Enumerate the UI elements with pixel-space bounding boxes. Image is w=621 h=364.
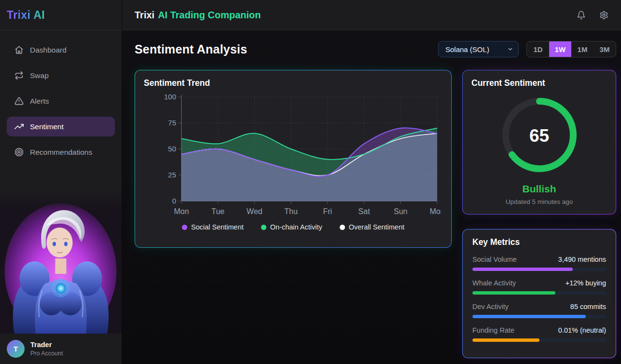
swap-icon xyxy=(14,71,24,80)
svg-text:Fri: Fri xyxy=(323,207,332,216)
legend-item: Social Sentiment xyxy=(182,223,244,231)
svg-text:Mon: Mon xyxy=(174,207,189,216)
sidebar-nav: DashboardSwapAlertsSentimentRecommendati… xyxy=(0,30,122,188)
sidebar-item-label: Recommendations xyxy=(30,148,92,157)
metrics-list: Social Volume 3,490 mentions Whale Activ… xyxy=(472,256,606,342)
sidebar-item-label: Dashboard xyxy=(30,46,67,54)
sentiment-trend-card: Sentiment Trend 0255075100MonTueWedThuFr… xyxy=(135,70,452,248)
trending-up-icon xyxy=(14,122,24,131)
dashboard-grid: Sentiment Trend 0255075100MonTueWedThuFr… xyxy=(135,70,616,358)
svg-text:Thu: Thu xyxy=(284,207,298,216)
metric-value: 85 commits xyxy=(570,303,606,310)
svg-text:Wed: Wed xyxy=(247,207,262,216)
gear-icon[interactable] xyxy=(599,11,608,20)
sentiment-gauge-wrap: 65 xyxy=(499,94,580,177)
key-metrics-card: Key Metrics Social Volume 3,490 mentions… xyxy=(462,229,616,358)
current-sentiment-card: Current Sentiment 65 Bullish Updated 5 m… xyxy=(462,70,616,215)
logo-box: Trixi AI xyxy=(0,0,122,30)
svg-text:Tue: Tue xyxy=(211,207,224,216)
mascot-svg xyxy=(0,188,122,334)
sidebar-item-sentiment[interactable]: Sentiment xyxy=(7,117,115,136)
app-logo: Trixi AI xyxy=(7,9,45,22)
user-plan: Pro Account xyxy=(30,350,63,357)
sidebar-item-label: Alerts xyxy=(30,97,49,106)
metric-value: +12% buying xyxy=(566,279,606,287)
current-sentiment-title: Current Sentiment xyxy=(471,78,607,88)
metric-progress-fill xyxy=(472,291,555,295)
mascot-image xyxy=(0,188,122,334)
metric-label: Whale Activity xyxy=(472,279,516,287)
app-title-suffix: AI Trading Companion xyxy=(158,10,261,20)
metric-row: Whale Activity +12% buying xyxy=(472,279,606,295)
metric-label: Dev Activity xyxy=(472,303,509,310)
metric-row: Dev Activity 85 commits xyxy=(472,303,606,318)
user-section[interactable]: T Trader Pro Account xyxy=(0,334,122,364)
legend-item: Overall Sentiment xyxy=(340,223,404,231)
sentiment-updated: Updated 5 minutes ago xyxy=(471,198,607,205)
app-title: TrixiAI Trading Companion xyxy=(135,10,261,21)
app-root: Trixi AI DashboardSwapAlertsSentimentRec… xyxy=(0,0,621,364)
legend-dot-icon xyxy=(261,225,266,230)
token-select-wrap: Solana (SOL) xyxy=(438,41,519,57)
controls: Solana (SOL) 1D1W1M3M xyxy=(438,41,616,57)
topbar-actions xyxy=(577,11,608,20)
target-icon xyxy=(14,148,24,157)
timeframe-1w[interactable]: 1W xyxy=(549,41,571,57)
sidebar-item-recommendations[interactable]: Recommendations xyxy=(7,142,115,162)
metric-progress-track xyxy=(472,338,606,342)
svg-text:75: 75 xyxy=(168,119,176,127)
sentiment-trend-chart: 0255075100MonTueWedThuFriSatSunMon xyxy=(146,92,441,221)
chart-legend: Social SentimentOn-chain ActivityOverall… xyxy=(144,223,442,231)
home-icon xyxy=(14,45,24,54)
avatar: T xyxy=(7,340,25,358)
svg-text:Sat: Sat xyxy=(358,207,370,216)
sidebar-item-label: Swap xyxy=(30,71,49,80)
metric-row: Social Volume 3,490 mentions xyxy=(472,256,606,271)
timeframe-3m[interactable]: 3M xyxy=(593,41,616,57)
content: Sentiment Analysis Solana (SOL) 1D1W1M3M… xyxy=(122,30,621,364)
app-title-prefix: Trixi xyxy=(135,10,154,20)
timeframe-1m[interactable]: 1M xyxy=(571,41,593,57)
legend-label: Overall Sentiment xyxy=(349,223,404,231)
legend-item: On-chain Activity xyxy=(261,223,322,231)
metric-label: Social Volume xyxy=(472,256,517,263)
metric-row: Funding Rate 0.01% (neutral) xyxy=(472,326,606,342)
bell-icon[interactable] xyxy=(577,11,586,20)
sidebar-item-dashboard[interactable]: Dashboard xyxy=(7,40,115,60)
page-title: Sentiment Analysis xyxy=(135,42,247,56)
svg-text:Mon: Mon xyxy=(429,207,441,216)
sentiment-score: 65 xyxy=(499,94,580,177)
svg-text:Sun: Sun xyxy=(394,207,407,216)
chart-title: Sentiment Trend xyxy=(144,78,442,88)
metric-progress-track xyxy=(472,268,606,271)
metric-progress-fill xyxy=(472,268,573,271)
key-metrics-title: Key Metrics xyxy=(472,237,606,247)
metric-progress-track xyxy=(472,315,606,318)
metric-label: Funding Rate xyxy=(472,326,514,334)
svg-text:50: 50 xyxy=(168,145,176,153)
metric-progress-fill xyxy=(472,338,539,342)
metric-value: 3,490 mentions xyxy=(558,256,606,263)
metric-progress-track xyxy=(472,291,606,295)
main-area: TrixiAI Trading Companion Sentiment Anal… xyxy=(122,0,621,364)
alert-triangle-icon xyxy=(14,96,24,106)
sidebar-item-alerts[interactable]: Alerts xyxy=(7,91,115,111)
sidebar-item-swap[interactable]: Swap xyxy=(7,66,115,85)
svg-text:25: 25 xyxy=(168,171,176,179)
legend-dot-icon xyxy=(340,225,345,230)
sentiment-label: Bullish xyxy=(471,183,607,195)
metric-value: 0.01% (neutral) xyxy=(558,326,606,334)
metric-progress-fill xyxy=(472,315,586,318)
legend-dot-icon xyxy=(182,225,187,230)
timeframe-toggle: 1D1W1M3M xyxy=(526,41,616,57)
timeframe-1d[interactable]: 1D xyxy=(527,41,549,57)
user-name: Trader xyxy=(30,341,63,349)
topbar: TrixiAI Trading Companion xyxy=(122,0,621,30)
svg-text:100: 100 xyxy=(164,93,176,101)
token-select[interactable]: Solana (SOL) xyxy=(438,41,519,57)
page-head: Sentiment Analysis Solana (SOL) 1D1W1M3M xyxy=(135,41,616,57)
sidebar-item-label: Sentiment xyxy=(30,122,64,131)
right-column: Current Sentiment 65 Bullish Updated 5 m… xyxy=(462,70,616,358)
sidebar: Trixi AI DashboardSwapAlertsSentimentRec… xyxy=(0,0,122,364)
legend-label: Social Sentiment xyxy=(191,223,244,231)
